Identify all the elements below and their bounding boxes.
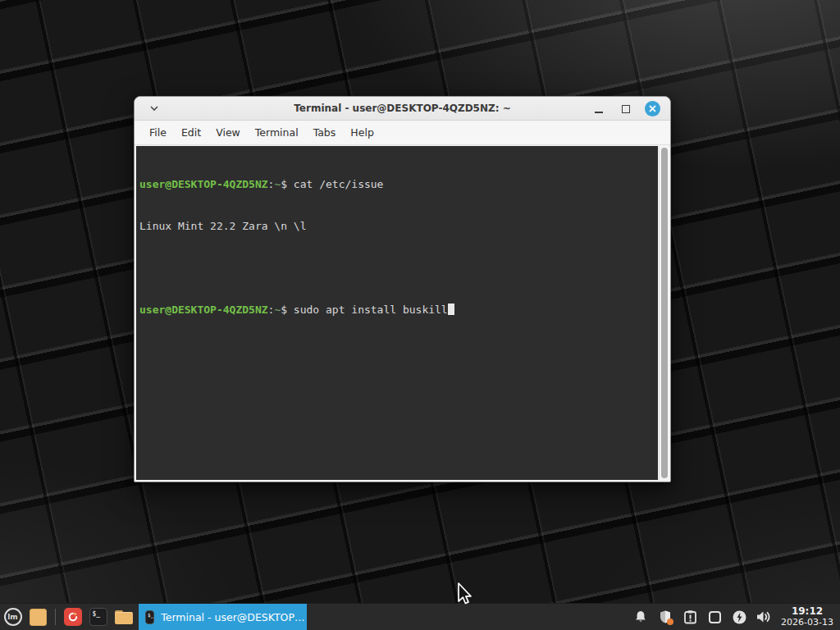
prompt-user-host: user@DESKTOP-4QZD5NZ (139, 178, 268, 190)
terminal-line-2: Linux Mint 22.2 Zara \n \l (139, 219, 655, 233)
clock-date: 2026-03-13 (781, 618, 833, 628)
file-manager-launcher[interactable] (111, 604, 136, 630)
close-button[interactable] (645, 101, 660, 116)
terminal-line-1: user@DESKTOP-4QZD5NZ:~$ cat /etc/issue (139, 177, 655, 191)
desktop-wallpaper: Terminal - user@DESKTOP-4QZD5NZ: ~ File … (0, 0, 840, 630)
menu-terminal[interactable]: Terminal (248, 123, 306, 142)
taskbar-separator (55, 609, 56, 625)
terminal-icon: $_ (89, 608, 107, 626)
mint-menu-button[interactable]: lm (0, 604, 25, 630)
taskbar-launchers: lm $_ (0, 604, 307, 630)
terminal-launcher[interactable]: $_ (85, 604, 111, 630)
report-tool-tray-button[interactable] (678, 604, 702, 630)
red-app-launcher[interactable] (60, 604, 85, 630)
terminal-icon: $_ (145, 610, 154, 624)
command-text: sudo apt install buskill (294, 304, 448, 316)
terminal-screen[interactable]: user@DESKTOP-4QZD5NZ:~$ cat /etc/issue L… (136, 146, 658, 480)
clock-time: 19:12 (781, 606, 833, 617)
lightning-circle-icon (732, 609, 747, 625)
window-menu-chevron-icon[interactable] (148, 102, 161, 115)
terminal-window: Terminal - user@DESKTOP-4QZD5NZ: ~ File … (134, 96, 671, 482)
terminal-scrollbar[interactable] (659, 146, 669, 480)
scrollbar-thumb[interactable] (661, 148, 668, 478)
window-controls (591, 97, 660, 121)
window-tray-button[interactable] (702, 604, 727, 630)
taskbar-window-button-terminal[interactable]: $_ Terminal - user@DESKTOP… (139, 604, 307, 630)
circular-arrow-icon (64, 608, 82, 626)
system-tray: 19:12 2026-03-13 (628, 604, 840, 630)
volume-tray-button[interactable] (751, 604, 776, 630)
mint-logo-icon: lm (4, 608, 22, 626)
terminal-text-cursor (448, 304, 454, 315)
sticky-note-icon (30, 609, 47, 626)
task-button-label: Terminal - user@DESKTOP… (161, 611, 304, 623)
notifications-tray-button[interactable] (628, 604, 653, 630)
titlebar[interactable]: Terminal - user@DESKTOP-4QZD5NZ: ~ (135, 97, 670, 121)
clipboard-warning-icon (683, 609, 697, 624)
prompt-user-host: user@DESKTOP-4QZD5NZ (139, 304, 268, 316)
minimize-button[interactable] (591, 101, 606, 116)
sticky-notes-button[interactable] (25, 604, 51, 630)
close-icon (649, 105, 656, 112)
terminal-frame: user@DESKTOP-4QZD5NZ:~$ cat /etc/issue L… (135, 145, 670, 482)
terminal-line-4: user@DESKTOP-4QZD5NZ:~$ sudo apt install… (139, 303, 655, 317)
menubar: File Edit View Terminal Tabs Help (135, 121, 670, 145)
folder-icon (115, 610, 133, 624)
terminal-line-3-blank (139, 261, 655, 275)
maximize-icon (622, 105, 630, 113)
speaker-icon (756, 609, 772, 624)
menu-view[interactable]: View (208, 123, 248, 142)
update-manager-tray-button[interactable] (653, 604, 678, 630)
minimize-icon (595, 112, 603, 113)
menu-edit[interactable]: Edit (174, 123, 208, 142)
clock[interactable]: 19:12 2026-03-13 (776, 606, 840, 627)
command-output: Linux Mint 22.2 Zara \n \l (139, 220, 307, 232)
maximize-button[interactable] (618, 101, 633, 116)
bell-icon (633, 609, 648, 624)
menu-tabs[interactable]: Tabs (306, 123, 344, 142)
taskbar: lm $_ (0, 603, 840, 630)
command-text: cat /etc/issue (294, 178, 384, 190)
menu-help[interactable]: Help (343, 123, 381, 142)
update-badge-dot (667, 619, 673, 625)
power-manager-tray-button[interactable] (727, 604, 751, 630)
square-outline-icon (708, 610, 722, 624)
menu-file[interactable]: File (142, 123, 174, 142)
